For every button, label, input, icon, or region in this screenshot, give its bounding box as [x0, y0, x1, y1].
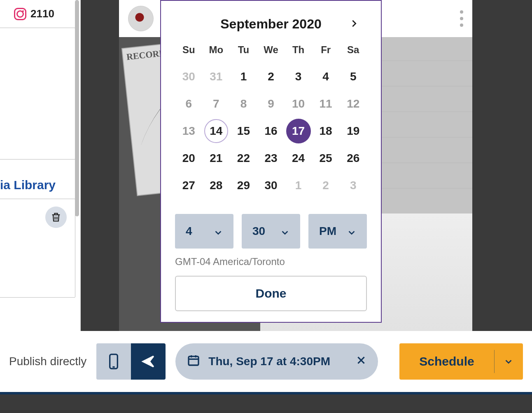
calendar-day[interactable]: 22 — [230, 145, 257, 172]
sidebar-panel-2 — [0, 199, 75, 298]
delete-button[interactable] — [45, 206, 67, 228]
send-icon — [141, 353, 155, 370]
calendar-day[interactable]: 2 — [257, 63, 285, 90]
calendar-day[interactable]: 3 — [285, 63, 312, 90]
minute-select[interactable]: 30 — [242, 214, 300, 249]
calendar-day[interactable]: 6 — [175, 90, 203, 117]
time-selectors: 4 30 PM — [161, 199, 381, 249]
below-bar — [0, 394, 532, 413]
calendar-day[interactable]: 7 — [203, 90, 230, 117]
calendar-day[interactable]: 29 — [230, 172, 257, 199]
calendar-dow: Su — [175, 40, 203, 63]
calendar-week-row: 20212223242526 — [161, 145, 381, 172]
calendar-header: September 2020 — [161, 1, 381, 40]
calendar-day[interactable]: 27 — [175, 172, 203, 199]
sidebar-scrollbar[interactable] — [75, 0, 79, 216]
calendar-week-row: 13141516171819 — [161, 117, 381, 145]
account-row[interactable]: 2110 — [0, 0, 80, 28]
done-button-label: Done — [256, 286, 287, 300]
hour-select[interactable]: 4 — [175, 214, 233, 249]
calendar-week-row: 27282930123 — [161, 172, 381, 199]
mobile-icon — [107, 353, 121, 370]
calendar-day[interactable]: 8 — [230, 90, 257, 117]
next-month-button[interactable] — [349, 18, 359, 29]
calendar-day[interactable]: 24 — [285, 145, 312, 172]
clear-schedule-button[interactable] — [356, 355, 366, 368]
calendar-day[interactable]: 20 — [175, 145, 203, 172]
calendar-day[interactable]: 30 — [257, 172, 285, 199]
done-button[interactable]: Done — [175, 276, 367, 311]
calendar-day[interactable]: 17 — [285, 117, 312, 145]
calendar-day[interactable]: 18 — [312, 117, 340, 145]
account-handle: 2110 — [30, 7, 54, 20]
bottom-bar: Publish directly Thu, Sep 17 at 4:30PM S… — [0, 331, 532, 392]
calendar-dow: Th — [285, 40, 312, 63]
calendar-month-label: September 2020 — [220, 16, 321, 32]
calendar-day[interactable]: 23 — [257, 145, 285, 172]
trash-icon — [50, 211, 62, 223]
svg-rect-2 — [189, 356, 198, 365]
background-dark-left — [81, 0, 119, 331]
post-menu-button[interactable] — [460, 10, 463, 27]
calendar-day[interactable]: 9 — [257, 90, 285, 117]
calendar-day[interactable]: 21 — [203, 145, 230, 172]
calendar-dow-row: SuMoTuWeThFrSa — [161, 40, 381, 63]
calendar-day: 3 — [339, 172, 367, 199]
chevron-down-icon — [214, 227, 223, 236]
calendar-day: 2 — [312, 172, 340, 199]
schedule-button-label: Schedule — [399, 354, 494, 368]
close-icon — [356, 355, 366, 366]
calendar-day[interactable]: 16 — [257, 117, 285, 145]
calendar-day[interactable]: 15 — [230, 117, 257, 145]
chevron-down-icon — [347, 227, 356, 236]
calendar-dow: Mo — [203, 40, 230, 63]
calendar-day[interactable]: 11 — [312, 90, 340, 117]
calendar-day[interactable]: 4 — [312, 63, 340, 90]
calendar-dow: We — [257, 40, 285, 63]
calendar-day[interactable]: 5 — [339, 63, 367, 90]
calendar-day[interactable]: 28 — [203, 172, 230, 199]
calendar-week-row: 6789101112 — [161, 90, 381, 117]
calendar-day[interactable]: 14 — [203, 117, 230, 145]
calendar-day[interactable]: 26 — [339, 145, 367, 172]
schedule-button[interactable]: Schedule — [399, 343, 523, 380]
chevron-down-icon — [504, 357, 513, 366]
calendar-dow: Fr — [312, 40, 340, 63]
publish-mode-direct[interactable] — [131, 343, 166, 380]
calendar-day: 30 — [175, 63, 203, 90]
calendar-icon — [187, 354, 200, 370]
hour-value: 4 — [186, 225, 192, 238]
left-sidebar: 2110 ia Library — [0, 0, 81, 331]
timezone-label: GMT-04 America/Toronto — [161, 249, 381, 268]
publish-directly-label: Publish directly — [9, 355, 86, 368]
scheduled-time-pill[interactable]: Thu, Sep 17 at 4:30PM — [175, 343, 378, 380]
schedule-button-dropdown[interactable] — [494, 343, 523, 380]
calendar-day[interactable]: 12 — [339, 90, 367, 117]
calendar-day[interactable]: 19 — [339, 117, 367, 145]
calendar-day: 31 — [203, 63, 230, 90]
calendar-dow: Sa — [339, 40, 367, 63]
ampm-select[interactable]: PM — [308, 214, 367, 249]
scheduled-time-text: Thu, Sep 17 at 4:30PM — [208, 355, 330, 368]
minute-value: 30 — [252, 225, 265, 238]
media-library-heading[interactable]: ia Library — [0, 160, 80, 199]
chevron-right-icon — [350, 19, 359, 28]
publish-mode-toggle — [96, 343, 166, 380]
calendar-day[interactable]: 13 — [175, 117, 203, 145]
calendar-day[interactable]: 1 — [230, 63, 257, 90]
calendar-dow: Tu — [230, 40, 257, 63]
sidebar-panel-1 — [0, 28, 75, 160]
ampm-value: PM — [319, 225, 336, 238]
publish-mode-mobile[interactable] — [96, 343, 131, 380]
instagram-icon — [14, 8, 26, 20]
avatar[interactable] — [128, 6, 154, 31]
calendar-day[interactable]: 25 — [312, 145, 340, 172]
calendar-grid: 3031123456789101112131415161718192021222… — [161, 63, 381, 199]
calendar-day: 1 — [285, 172, 312, 199]
background-dark-right — [472, 0, 532, 331]
calendar-week-row: 303112345 — [161, 63, 381, 90]
date-time-picker: September 2020 SuMoTuWeThFrSa 3031123456… — [160, 0, 382, 323]
calendar-day[interactable]: 10 — [285, 90, 312, 117]
chevron-down-icon — [280, 227, 289, 236]
